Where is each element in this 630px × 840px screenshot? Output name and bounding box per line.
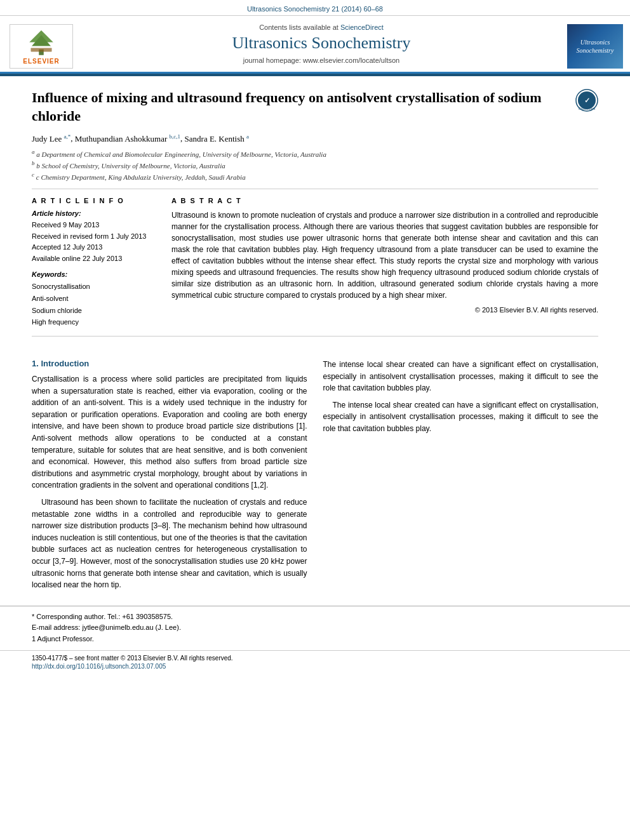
issn-line: 1350-4177/$ – see front matter © 2013 El… xyxy=(32,655,598,662)
body-para-right-0: The intense local shear created can have… xyxy=(323,359,599,394)
body-para-right-1: The intense local shear created can have… xyxy=(323,399,599,435)
journal-center-info: Contents lists available at ScienceDirec… xyxy=(83,21,560,72)
body-right-col: The intense local shear created can have… xyxy=(323,359,599,596)
journal-reference: Ultrasonics Sonochemistry 21 (2014) 60–6… xyxy=(247,5,383,13)
homepage-line: journal homepage: www.elsevier.com/locat… xyxy=(89,57,554,64)
journal-title: Ultrasonics Sonochemistry xyxy=(89,34,554,53)
copyright-line: © 2013 Elsevier B.V. All rights reserved… xyxy=(171,306,598,314)
author-kentish: Sandra E. Kentish a xyxy=(185,134,249,143)
article-info-heading: A R T I C L E I N F O xyxy=(32,197,159,204)
crossmark-badge-icon[interactable]: ✓ CrossMark xyxy=(575,89,598,112)
article-content: Influence of mixing and ultrasound frequ… xyxy=(0,76,630,349)
svg-text:✓: ✓ xyxy=(584,97,590,104)
journal-header: ELSEVIER Contents lists available at Sci… xyxy=(0,16,630,74)
keyword-0: Sonocrystallisation xyxy=(32,281,159,293)
affiliation-b: b b School of Chemistry, University of M… xyxy=(32,159,598,171)
sciencedirect-line: Contents lists available at ScienceDirec… xyxy=(89,23,554,31)
body-left-col: 1. Introduction Crystallisation is a pro… xyxy=(32,359,307,596)
sciencedirect-link[interactable]: ScienceDirect xyxy=(340,23,384,31)
body-para-1: Ultrasound has been shown to facilitate … xyxy=(32,497,307,591)
affiliations: a a Department of Chemical and Biomolecu… xyxy=(32,148,598,189)
history-item-1: Received in revised form 1 July 2013 xyxy=(32,231,159,243)
top-bar: Ultrasonics Sonochemistry 21 (2014) 60–6… xyxy=(0,0,630,16)
footnote-1: E-mail address: jytlee@unimelb.edu.au (J… xyxy=(32,622,598,634)
abstract-col: A B S T R A C T Ultrasound is known to p… xyxy=(171,197,598,328)
keyword-3: High frequency xyxy=(32,316,159,328)
footnotes-area: * Corresponding author. Tel.: +61 390358… xyxy=(0,606,630,650)
footnote-2: 1 Adjunct Professor. xyxy=(32,634,598,645)
svg-rect-3 xyxy=(31,48,52,52)
body-two-col: 1. Introduction Crystallisation is a pro… xyxy=(32,359,598,596)
journal-cover-image: UltrasonicsSonochemistry xyxy=(560,21,630,72)
authors-line: Judy Lee a,*, Muthupandian Ashokkumar b,… xyxy=(32,133,598,143)
keyword-2: Sodium chloride xyxy=(32,305,159,317)
abstract-heading: A B S T R A C T xyxy=(171,197,598,204)
author-ashokkumar: Muthupandian Ashokkumar b,c,1 xyxy=(75,134,180,143)
elsevier-tree-icon xyxy=(22,28,60,57)
history-item-2: Accepted 12 July 2013 xyxy=(32,242,159,253)
article-info-abstract-section: A R T I C L E I N F O Article history: R… xyxy=(32,197,598,337)
body-section: 1. Introduction Crystallisation is a pro… xyxy=(0,349,630,603)
elsevier-logo-box: ELSEVIER xyxy=(10,24,73,69)
keywords-label: Keywords: xyxy=(32,270,159,278)
ultrasonics-cover-box: UltrasonicsSonochemistry xyxy=(567,24,623,69)
elsevier-text: ELSEVIER xyxy=(23,58,59,65)
affiliation-c: c c Chemistry Department, King Abdulaziz… xyxy=(32,171,598,182)
section-1-title: 1. Introduction xyxy=(32,359,307,368)
keyword-1: Anti-solvent xyxy=(32,293,159,305)
elsevier-logo-area: ELSEVIER xyxy=(0,21,83,72)
doi-link[interactable]: http://dx.doi.org/10.1016/j.ultsonch.201… xyxy=(32,663,598,670)
footnote-0: * Corresponding author. Tel.: +61 390358… xyxy=(32,611,598,623)
article-title-section: Influence of mixing and ultrasound frequ… xyxy=(32,89,598,125)
history-item-0: Received 9 May 2013 xyxy=(32,220,159,231)
author-judy-lee: Judy Lee a,* xyxy=(32,134,70,143)
article-title: Influence of mixing and ultrasound frequ… xyxy=(32,89,566,125)
abstract-text: Ultrasound is known to promote nucleatio… xyxy=(171,210,598,301)
ultrasonics-cover-text: UltrasonicsSonochemistry xyxy=(577,38,614,55)
body-para-0: Crystallisation is a process where solid… xyxy=(32,373,307,491)
bottom-bar: 1350-4177/$ – see front matter © 2013 El… xyxy=(0,650,630,674)
svg-text:CrossMark: CrossMark xyxy=(579,107,596,110)
article-info-col: A R T I C L E I N F O Article history: R… xyxy=(32,197,159,328)
history-item-3: Available online 22 July 2013 xyxy=(32,253,159,265)
article-history-label: Article history: xyxy=(32,210,159,217)
affiliation-a: a a Department of Chemical and Biomolecu… xyxy=(32,148,598,159)
